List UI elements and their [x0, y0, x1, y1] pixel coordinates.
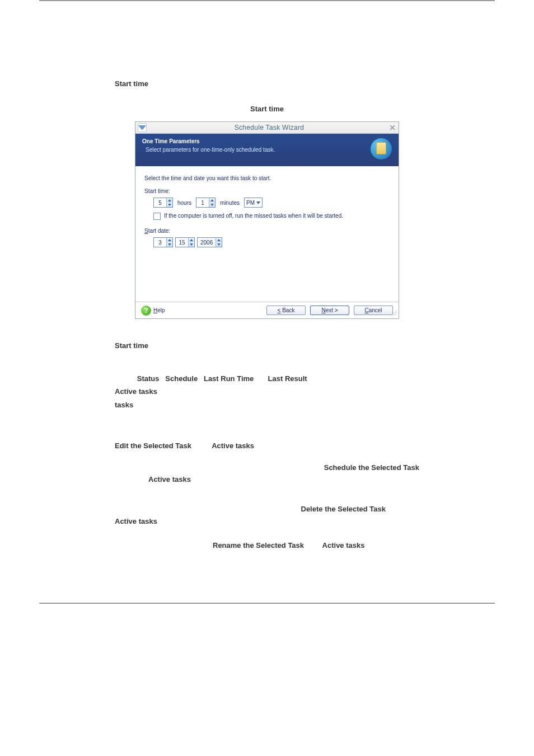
- col-status: Status: [137, 374, 160, 383]
- help-icon: ?: [141, 306, 151, 316]
- hours-value: 5: [154, 198, 166, 207]
- dialog-header-title: One Time Parameters: [142, 138, 275, 144]
- ampm-select[interactable]: PM: [244, 198, 263, 208]
- hours-down-icon[interactable]: [167, 203, 172, 207]
- rename-selected-task: Rename the Selected Task: [213, 541, 304, 550]
- missed-tasks-label: If the computer is turned off, run the m…: [164, 212, 343, 219]
- dialog-body: Select the time and date you want this t…: [135, 166, 399, 302]
- svg-point-3: [392, 314, 393, 315]
- start-time-label: Start time:: [144, 188, 390, 194]
- dialog-container: Schedule Task Wizard One Time Parameters…: [45, 121, 489, 319]
- section-heading-start-time-2: Start time: [115, 341, 489, 350]
- col-active: Active tasks: [115, 387, 157, 396]
- year-stepper[interactable]: 2006: [197, 237, 222, 247]
- month-value: 3: [154, 238, 166, 247]
- dialog-header: One Time Parameters Select parameters fo…: [135, 134, 399, 166]
- next-button[interactable]: Next >: [310, 306, 349, 315]
- hours-unit-label: hours: [177, 200, 191, 206]
- figure-caption: Start time: [45, 105, 489, 113]
- back-button[interactable]: < Back: [266, 306, 306, 315]
- delete-selected-task: Delete the Selected Task: [301, 505, 386, 513]
- edit-selected-task: Edit the Selected Task: [115, 442, 191, 450]
- body-intro-text: Select the time and date you want this t…: [144, 175, 390, 181]
- active-tasks-4: Active tasks: [322, 541, 365, 550]
- schedule-selected-task: Schedule the Selected Task: [324, 463, 419, 472]
- active-tasks-2: Active tasks: [148, 475, 191, 483]
- day-up-icon[interactable]: [189, 238, 194, 242]
- svg-point-0: [395, 311, 396, 312]
- active-tasks-1: Active tasks: [212, 442, 254, 450]
- missed-tasks-checkbox[interactable]: [153, 213, 161, 220]
- cancel-button[interactable]: Cancel: [354, 306, 393, 315]
- day-value: 15: [176, 238, 188, 247]
- month-up-icon[interactable]: [167, 238, 172, 242]
- active-tasks-3: Active tasks: [115, 517, 157, 525]
- chevron-down-icon[interactable]: [138, 123, 147, 132]
- year-value: 2006: [198, 238, 216, 247]
- tasks-label: tasks: [115, 401, 133, 409]
- start-date-label: Start date:: [144, 228, 390, 234]
- svg-point-2: [395, 312, 396, 313]
- svg-point-1: [394, 312, 395, 313]
- help-label: Help: [153, 307, 165, 313]
- ampm-value: PM: [246, 200, 255, 206]
- minutes-unit-label: minutes: [220, 200, 240, 206]
- year-up-icon[interactable]: [216, 238, 222, 242]
- document-page: Start time Start time Schedule Task Wiza…: [0, 1, 534, 575]
- svg-point-5: [395, 314, 396, 315]
- month-stepper[interactable]: 3: [153, 237, 173, 247]
- svg-point-4: [394, 314, 395, 315]
- resize-grip-icon[interactable]: [391, 310, 397, 317]
- bottom-divider: [39, 603, 495, 604]
- calendar-icon: [371, 138, 392, 159]
- minutes-down-icon[interactable]: [209, 203, 215, 207]
- description-block: Status Schedule Last Run Time Last Resul…: [115, 372, 419, 552]
- section-heading-start-time: Start time: [115, 79, 489, 88]
- minutes-value: 1: [196, 198, 209, 207]
- minutes-up-icon[interactable]: [209, 198, 215, 203]
- missed-tasks-checkbox-row: If the computer is turned off, run the m…: [153, 212, 377, 220]
- minutes-stepper[interactable]: 1: [196, 198, 216, 208]
- col-lastres: Last Result: [268, 374, 307, 383]
- day-stepper[interactable]: 15: [175, 237, 195, 247]
- hours-stepper[interactable]: 5: [153, 198, 173, 208]
- date-input-row: 3 15 2006: [153, 237, 390, 247]
- dialog-header-subtitle: Select parameters for one-time-only sche…: [146, 147, 275, 153]
- close-icon[interactable]: [388, 124, 396, 132]
- dialog-title: Schedule Task Wizard: [150, 124, 388, 132]
- day-down-icon[interactable]: [189, 242, 194, 247]
- col-lastrun: Last Run Time: [204, 374, 254, 383]
- col-schedule: Schedule: [165, 374, 198, 383]
- month-down-icon[interactable]: [167, 242, 172, 247]
- year-down-icon[interactable]: [216, 242, 222, 247]
- schedule-task-wizard-dialog: Schedule Task Wizard One Time Parameters…: [135, 121, 399, 319]
- time-input-row: 5 hours 1 minutes: [153, 198, 390, 208]
- hours-up-icon[interactable]: [167, 198, 172, 203]
- help-link[interactable]: ? Help: [141, 306, 165, 316]
- dialog-footer: ? Help < Back Next > Cancel: [135, 302, 399, 318]
- dialog-titlebar: Schedule Task Wizard: [135, 122, 399, 134]
